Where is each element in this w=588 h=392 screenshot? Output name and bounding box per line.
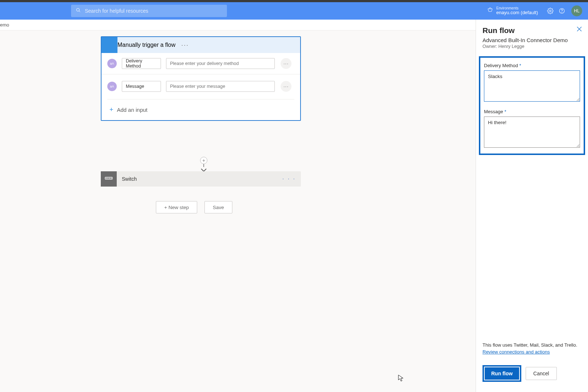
run-flow-panel: Run flow Advanced Built-In Connector Dem… <box>476 20 588 392</box>
input-highlight-box: Delivery Method * Message * <box>479 56 585 155</box>
trigger-card-header[interactable]: Manually trigger a flow ··· <box>102 37 300 53</box>
field-label-delivery: Delivery Method * <box>484 63 580 68</box>
text-type-badge: aA <box>107 82 117 91</box>
panel-title: Run flow <box>483 26 581 35</box>
add-step-node[interactable]: + <box>200 157 207 164</box>
svg-line-1 <box>79 11 80 12</box>
search-icon <box>75 7 81 15</box>
param-menu[interactable]: ··· <box>281 58 291 69</box>
review-connections-link[interactable]: Review connections and actions <box>483 349 550 355</box>
svg-rect-11 <box>109 178 110 179</box>
canvas-buttons: + New step Save <box>156 201 232 213</box>
switch-card[interactable]: Switch · · · <box>101 171 301 187</box>
trigger-card-title: Manually trigger a flow <box>117 42 175 48</box>
trigger-card-menu[interactable]: ··· <box>179 41 191 49</box>
param-row-delivery-method: aA Delivery Method ··· <box>102 53 300 73</box>
breadcrumb: emo <box>0 22 9 28</box>
cancel-button[interactable]: Cancel <box>526 367 557 380</box>
new-step-button[interactable]: + New step <box>156 201 197 213</box>
svg-rect-9 <box>106 178 107 179</box>
settings-button[interactable] <box>544 8 556 14</box>
field-label-message: Message * <box>484 109 580 114</box>
footer-connector-text: This flow uses Twitter, Mail, Slack, and… <box>483 342 581 348</box>
panel-owner: Owner: Henry Legge <box>483 44 581 49</box>
svg-point-0 <box>76 8 79 11</box>
param-label[interactable]: Delivery Method <box>122 58 161 69</box>
close-panel-button[interactable] <box>576 26 582 33</box>
text-type-badge: aA <box>107 59 117 68</box>
trigger-card: Manually trigger a flow ··· aA Delivery … <box>101 36 301 121</box>
message-input[interactable] <box>484 117 580 148</box>
add-input-label: Add an input <box>117 107 148 113</box>
app-header: Environments enayu.com (default) HL <box>0 2 588 20</box>
environment-label: Environments <box>496 6 538 10</box>
flow-canvas: Manually trigger a flow ··· aA Delivery … <box>0 30 476 392</box>
panel-subtitle: Advanced Built-In Connector Demo <box>483 37 581 43</box>
switch-card-menu[interactable]: · · · <box>282 176 301 182</box>
search-input[interactable] <box>85 8 223 14</box>
user-avatar[interactable]: HL <box>571 5 582 16</box>
param-menu[interactable]: ··· <box>281 81 291 92</box>
svg-point-4 <box>562 12 562 12</box>
param-row-message: aA Message ··· <box>102 74 300 95</box>
param-label[interactable]: Message <box>122 81 161 92</box>
save-button[interactable]: Save <box>204 201 232 213</box>
plus-icon: + <box>109 106 113 114</box>
svg-rect-12 <box>111 178 112 179</box>
environment-icon <box>487 7 493 15</box>
svg-point-2 <box>550 10 551 12</box>
param-value-input[interactable] <box>166 81 275 92</box>
switch-card-title: Switch <box>117 176 282 182</box>
svg-rect-10 <box>107 178 108 179</box>
environment-name: enayu.com (default) <box>496 10 538 15</box>
add-input-button[interactable]: + Add an input <box>102 99 300 120</box>
run-flow-button[interactable]: Run flow <box>485 367 519 380</box>
switch-icon <box>105 176 113 182</box>
run-button-highlight: Run flow <box>483 365 521 382</box>
param-value-input[interactable] <box>166 58 275 69</box>
environment-picker[interactable]: Environments enayu.com (default) <box>487 6 538 15</box>
search-box[interactable] <box>71 5 227 17</box>
delivery-method-input[interactable] <box>484 70 580 102</box>
help-button[interactable] <box>556 8 568 14</box>
